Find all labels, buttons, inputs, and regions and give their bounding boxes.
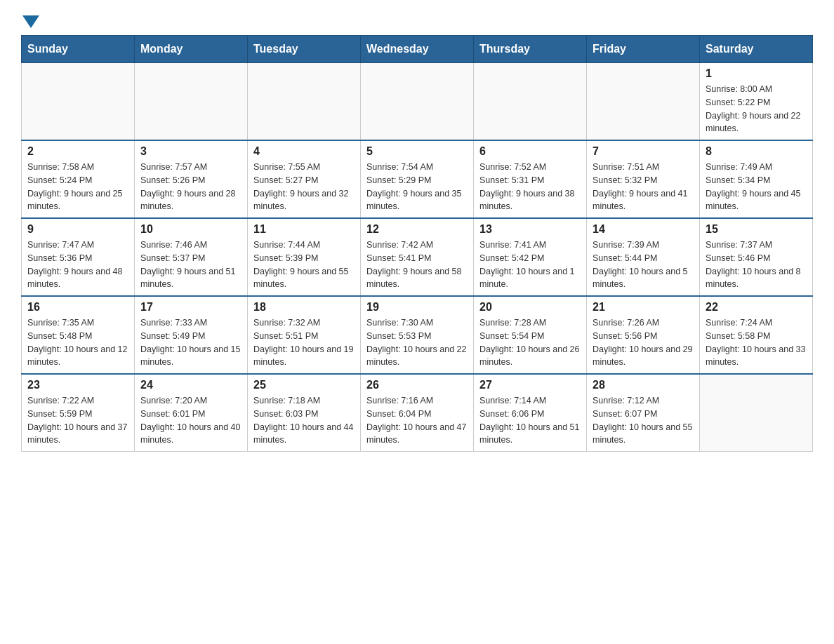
weekday-header-sunday: Sunday: [22, 36, 135, 63]
day-info: Sunrise: 7:26 AM Sunset: 5:56 PM Dayligh…: [593, 316, 694, 369]
calendar-cell: 26Sunrise: 7:16 AM Sunset: 6:04 PM Dayli…: [361, 374, 474, 452]
calendar-cell: 10Sunrise: 7:46 AM Sunset: 5:37 PM Dayli…: [135, 218, 248, 296]
day-number: 5: [366, 145, 468, 158]
calendar-cell: 11Sunrise: 7:44 AM Sunset: 5:39 PM Dayli…: [248, 218, 361, 296]
calendar-cell: 8Sunrise: 7:49 AM Sunset: 5:34 PM Daylig…: [700, 140, 813, 218]
day-number: 2: [27, 145, 128, 158]
day-number: 3: [140, 145, 241, 158]
day-info: Sunrise: 7:18 AM Sunset: 6:03 PM Dayligh…: [253, 394, 355, 447]
day-number: 18: [253, 301, 355, 314]
day-info: Sunrise: 7:57 AM Sunset: 5:26 PM Dayligh…: [140, 161, 241, 213]
day-number: 16: [27, 301, 128, 314]
calendar-cell: [248, 63, 361, 141]
day-info: Sunrise: 7:24 AM Sunset: 5:58 PM Dayligh…: [706, 316, 807, 369]
calendar-cell: 7Sunrise: 7:51 AM Sunset: 5:32 PM Daylig…: [587, 140, 700, 218]
weekday-header-saturday: Saturday: [700, 36, 813, 63]
day-number: 20: [479, 301, 581, 314]
calendar-cell: 20Sunrise: 7:28 AM Sunset: 5:54 PM Dayli…: [474, 296, 587, 374]
day-number: 14: [593, 223, 694, 236]
day-number: 7: [593, 145, 694, 158]
calendar-cell: 13Sunrise: 7:41 AM Sunset: 5:42 PM Dayli…: [474, 218, 587, 296]
day-info: Sunrise: 7:37 AM Sunset: 5:46 PM Dayligh…: [706, 239, 807, 291]
day-number: 27: [479, 379, 581, 391]
calendar-cell: [135, 63, 248, 141]
day-number: 8: [706, 145, 807, 158]
day-info: Sunrise: 7:58 AM Sunset: 5:24 PM Dayligh…: [27, 161, 128, 213]
day-number: 28: [593, 379, 694, 391]
calendar-week-row: 23Sunrise: 7:22 AM Sunset: 5:59 PM Dayli…: [22, 374, 813, 452]
calendar-cell: 23Sunrise: 7:22 AM Sunset: 5:59 PM Dayli…: [22, 374, 135, 452]
day-info: Sunrise: 7:22 AM Sunset: 5:59 PM Dayligh…: [27, 394, 128, 447]
day-info: Sunrise: 7:16 AM Sunset: 6:04 PM Dayligh…: [366, 394, 468, 447]
calendar-cell: 17Sunrise: 7:33 AM Sunset: 5:49 PM Dayli…: [135, 296, 248, 374]
day-info: Sunrise: 7:46 AM Sunset: 5:37 PM Dayligh…: [140, 239, 241, 291]
logo-arrow-icon: [22, 15, 39, 28]
day-info: Sunrise: 7:51 AM Sunset: 5:32 PM Dayligh…: [593, 161, 694, 213]
calendar-cell: 18Sunrise: 7:32 AM Sunset: 5:51 PM Dayli…: [248, 296, 361, 374]
day-number: 15: [706, 223, 807, 236]
day-number: 1: [706, 67, 807, 80]
day-number: 9: [27, 223, 128, 236]
calendar-cell: [700, 374, 813, 452]
logo: [21, 14, 39, 28]
calendar-header: SundayMondayTuesdayWednesdayThursdayFrid…: [22, 36, 813, 63]
calendar-cell: 6Sunrise: 7:52 AM Sunset: 5:31 PM Daylig…: [474, 140, 587, 218]
calendar-cell: 9Sunrise: 7:47 AM Sunset: 5:36 PM Daylig…: [22, 218, 135, 296]
weekday-header-friday: Friday: [587, 36, 700, 63]
weekday-header-monday: Monday: [135, 36, 248, 63]
calendar-week-row: 1Sunrise: 8:00 AM Sunset: 5:22 PM Daylig…: [22, 63, 813, 141]
day-info: Sunrise: 7:35 AM Sunset: 5:48 PM Dayligh…: [27, 316, 128, 369]
calendar-cell: 25Sunrise: 7:18 AM Sunset: 6:03 PM Dayli…: [248, 374, 361, 452]
calendar-cell: 12Sunrise: 7:42 AM Sunset: 5:41 PM Dayli…: [361, 218, 474, 296]
calendar-cell: 28Sunrise: 7:12 AM Sunset: 6:07 PM Dayli…: [587, 374, 700, 452]
calendar-cell: 14Sunrise: 7:39 AM Sunset: 5:44 PM Dayli…: [587, 218, 700, 296]
day-number: 17: [140, 301, 241, 314]
calendar-cell: 3Sunrise: 7:57 AM Sunset: 5:26 PM Daylig…: [135, 140, 248, 218]
day-info: Sunrise: 7:41 AM Sunset: 5:42 PM Dayligh…: [479, 239, 581, 291]
day-info: Sunrise: 7:28 AM Sunset: 5:54 PM Dayligh…: [479, 316, 581, 369]
calendar-cell: [587, 63, 700, 141]
day-info: Sunrise: 7:47 AM Sunset: 5:36 PM Dayligh…: [27, 239, 128, 291]
day-number: 24: [140, 379, 241, 391]
calendar-cell: [361, 63, 474, 141]
day-info: Sunrise: 7:32 AM Sunset: 5:51 PM Dayligh…: [253, 316, 355, 369]
day-number: 4: [253, 145, 355, 158]
day-info: Sunrise: 7:12 AM Sunset: 6:07 PM Dayligh…: [593, 394, 694, 447]
calendar-cell: 2Sunrise: 7:58 AM Sunset: 5:24 PM Daylig…: [22, 140, 135, 218]
day-number: 23: [27, 379, 128, 391]
calendar-cell: [474, 63, 587, 141]
day-info: Sunrise: 7:54 AM Sunset: 5:29 PM Dayligh…: [366, 161, 468, 213]
day-info: Sunrise: 8:00 AM Sunset: 5:22 PM Dayligh…: [706, 83, 807, 135]
page-header: [21, 14, 813, 28]
day-info: Sunrise: 7:49 AM Sunset: 5:34 PM Dayligh…: [706, 161, 807, 213]
day-number: 25: [253, 379, 355, 391]
weekday-header-wednesday: Wednesday: [361, 36, 474, 63]
day-info: Sunrise: 7:20 AM Sunset: 6:01 PM Dayligh…: [140, 394, 241, 447]
calendar-table: SundayMondayTuesdayWednesdayThursdayFrid…: [21, 35, 813, 452]
weekday-header-row: SundayMondayTuesdayWednesdayThursdayFrid…: [22, 36, 813, 63]
day-info: Sunrise: 7:44 AM Sunset: 5:39 PM Dayligh…: [253, 239, 355, 291]
calendar-cell: 21Sunrise: 7:26 AM Sunset: 5:56 PM Dayli…: [587, 296, 700, 374]
calendar-cell: 27Sunrise: 7:14 AM Sunset: 6:06 PM Dayli…: [474, 374, 587, 452]
day-info: Sunrise: 7:33 AM Sunset: 5:49 PM Dayligh…: [140, 316, 241, 369]
calendar-body: 1Sunrise: 8:00 AM Sunset: 5:22 PM Daylig…: [22, 63, 813, 452]
day-number: 11: [253, 223, 355, 236]
calendar-cell: 1Sunrise: 8:00 AM Sunset: 5:22 PM Daylig…: [700, 63, 813, 141]
day-info: Sunrise: 7:14 AM Sunset: 6:06 PM Dayligh…: [479, 394, 581, 447]
day-info: Sunrise: 7:30 AM Sunset: 5:53 PM Dayligh…: [366, 316, 468, 369]
day-number: 12: [366, 223, 468, 236]
logo-top: [21, 14, 39, 28]
day-number: 26: [366, 379, 468, 391]
calendar-cell: 15Sunrise: 7:37 AM Sunset: 5:46 PM Dayli…: [700, 218, 813, 296]
calendar-cell: 4Sunrise: 7:55 AM Sunset: 5:27 PM Daylig…: [248, 140, 361, 218]
weekday-header-thursday: Thursday: [474, 36, 587, 63]
weekday-header-tuesday: Tuesday: [248, 36, 361, 63]
calendar-week-row: 2Sunrise: 7:58 AM Sunset: 5:24 PM Daylig…: [22, 140, 813, 218]
day-info: Sunrise: 7:55 AM Sunset: 5:27 PM Dayligh…: [253, 161, 355, 213]
calendar-cell: 22Sunrise: 7:24 AM Sunset: 5:58 PM Dayli…: [700, 296, 813, 374]
day-info: Sunrise: 7:52 AM Sunset: 5:31 PM Dayligh…: [479, 161, 581, 213]
day-number: 13: [479, 223, 581, 236]
day-info: Sunrise: 7:42 AM Sunset: 5:41 PM Dayligh…: [366, 239, 468, 291]
day-number: 10: [140, 223, 241, 236]
day-info: Sunrise: 7:39 AM Sunset: 5:44 PM Dayligh…: [593, 239, 694, 291]
